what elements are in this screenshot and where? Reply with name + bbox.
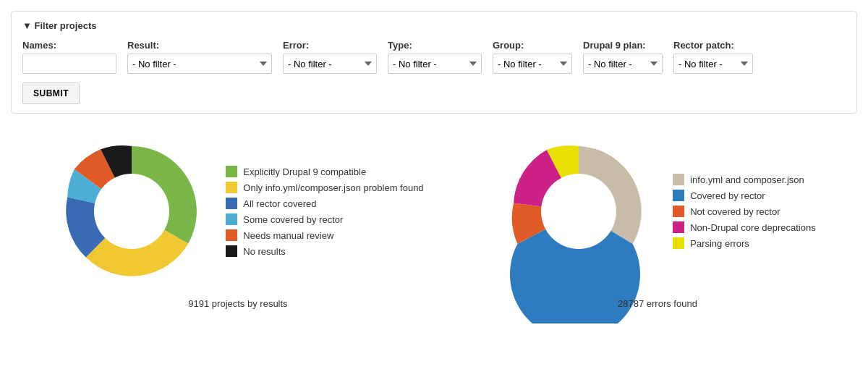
drupal9plan-label: Drupal 9 plan: <box>583 40 663 51</box>
legend-text: All rector covered <box>243 198 316 209</box>
legend-text: Not covered by rector <box>690 206 780 217</box>
svg-point-1 <box>541 174 616 249</box>
rectorpatch-group: Rector patch: - No filter - <box>673 40 753 74</box>
legend-text: Covered by rector <box>690 190 765 201</box>
legend-item: Needs manual review <box>226 229 423 241</box>
legend-text: info.yml and composer.json <box>690 174 804 185</box>
group-group: Group: - No filter - <box>493 40 572 74</box>
legend-text: Non-Drupal core deprecations <box>690 222 815 233</box>
legend-text: Some covered by rector <box>243 214 343 225</box>
submit-button[interactable]: SUBMIT <box>22 83 80 104</box>
legend-item: Only info.yml/composer.json problem foun… <box>226 182 423 193</box>
legend-item: Not covered by rector <box>673 206 815 217</box>
error-label: Error: <box>283 40 377 51</box>
result-label: Result: <box>127 40 272 51</box>
chart1-svg <box>52 132 211 291</box>
drupal9plan-group: Drupal 9 plan: - No filter - <box>583 40 663 74</box>
legend-color-box <box>673 174 684 185</box>
legend-text: Explicitly Drupal 9 compatible <box>243 166 366 177</box>
legend-color-box <box>226 229 237 241</box>
names-group: Names: <box>22 40 116 74</box>
legend-item: Some covered by rector <box>226 214 423 225</box>
group-label: Group: <box>493 40 572 51</box>
legend-item: Non-Drupal core deprecations <box>673 221 815 233</box>
type-select[interactable]: - No filter - <box>388 54 482 74</box>
error-group: Error: - No filter - <box>283 40 377 74</box>
error-select[interactable]: - No filter - <box>283 54 377 74</box>
legend-color-box <box>673 221 684 233</box>
svg-point-0 <box>94 174 169 249</box>
legend-item: info.yml and composer.json <box>673 174 815 185</box>
legend-item: Covered by rector <box>673 190 815 201</box>
legend-item: Explicitly Drupal 9 compatible <box>226 166 423 177</box>
chart1-container: Explicitly Drupal 9 compatibleOnly info.… <box>52 132 423 309</box>
chart2-label: 28787 errors found <box>618 298 697 309</box>
legend-color-box <box>226 166 237 177</box>
legend-item: Parsing errors <box>673 237 815 249</box>
legend-item: No results <box>226 245 423 257</box>
legend-color-box <box>226 182 237 193</box>
names-input[interactable] <box>22 54 116 74</box>
legend-color-box <box>673 237 684 249</box>
drupal9plan-select[interactable]: - No filter - <box>583 54 663 74</box>
legend-text: Only info.yml/composer.json problem foun… <box>243 182 423 193</box>
chart1-with-legend: Explicitly Drupal 9 compatibleOnly info.… <box>52 132 423 291</box>
result-group: Result: - No filter - <box>127 40 272 74</box>
type-group: Type: - No filter - <box>388 40 482 74</box>
legend-color-box <box>226 214 237 225</box>
legend-text: Needs manual review <box>243 230 333 241</box>
legend-item: All rector covered <box>226 198 423 209</box>
group-select[interactable]: - No filter - <box>493 54 572 74</box>
chart2-container: info.yml and composer.jsonCovered by rec… <box>499 132 815 309</box>
legend-color-box <box>226 245 237 257</box>
filter-section: ▼ Filter projects Names: Result: - No fi… <box>11 11 857 114</box>
legend-text: No results <box>243 246 286 257</box>
legend-color-box <box>673 206 684 217</box>
chart2-legend: info.yml and composer.jsonCovered by rec… <box>673 174 815 249</box>
rectorpatch-select[interactable]: - No filter - <box>673 54 753 74</box>
charts-section: Explicitly Drupal 9 compatibleOnly info.… <box>0 124 868 324</box>
chart1-label: 9191 projects by results <box>188 298 287 309</box>
filter-row: Names: Result: - No filter - Error: - No… <box>22 40 846 74</box>
legend-color-box <box>226 198 237 209</box>
chart1-legend: Explicitly Drupal 9 compatibleOnly info.… <box>226 166 423 257</box>
chart2-with-legend: info.yml and composer.jsonCovered by rec… <box>499 132 815 291</box>
chart2-svg <box>499 132 658 291</box>
rectorpatch-label: Rector patch: <box>673 40 753 51</box>
names-label: Names: <box>22 40 116 51</box>
legend-text: Parsing errors <box>690 238 749 249</box>
legend-color-box <box>673 190 684 201</box>
result-select[interactable]: - No filter - <box>127 54 272 74</box>
type-label: Type: <box>388 40 482 51</box>
filter-title: ▼ Filter projects <box>22 20 846 31</box>
